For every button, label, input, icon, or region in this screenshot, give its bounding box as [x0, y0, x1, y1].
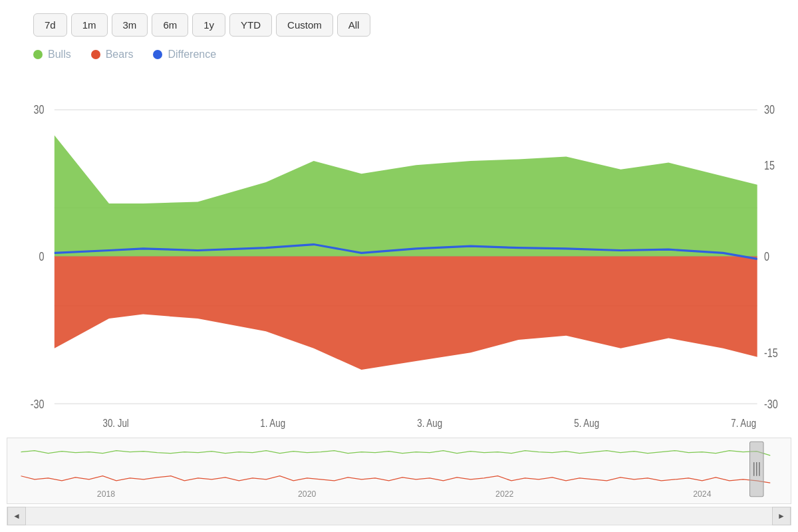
svg-text:-30: -30: [31, 397, 45, 410]
app-container: 7d 1m 3m 6m 1y YTD Custom All Bulls Bear…: [0, 0, 798, 532]
mini-chart: 2018 2020 2022 2024: [7, 438, 791, 504]
bears-dot: [91, 50, 100, 59]
btn-3m[interactable]: 3m: [112, 13, 148, 37]
difference-dot: [153, 50, 162, 59]
mini-chart-svg: 2018 2020 2022 2024: [7, 438, 791, 503]
svg-text:7. Aug: 7. Aug: [731, 416, 756, 429]
btn-6m[interactable]: 6m: [152, 13, 188, 37]
scroll-right-button[interactable]: ►: [772, 507, 791, 525]
chart-legend: Bulls Bears Difference: [7, 49, 791, 61]
btn-custom[interactable]: Custom: [276, 13, 333, 37]
difference-label: Difference: [168, 49, 216, 61]
scroll-bar: ◄ ►: [7, 507, 791, 525]
main-chart-svg: 30 0 -30 30 15 0 -15 -30: [7, 67, 791, 434]
svg-text:2018: 2018: [97, 489, 115, 499]
btn-all[interactable]: All: [337, 13, 371, 37]
btn-7d[interactable]: 7d: [33, 13, 67, 37]
mini-bulls-line: [21, 451, 770, 456]
legend-bulls: Bulls: [33, 49, 71, 61]
bulls-label: Bulls: [48, 49, 71, 61]
scroll-track[interactable]: [26, 507, 772, 525]
svg-text:5. Aug: 5. Aug: [574, 416, 599, 429]
svg-text:0: 0: [764, 249, 769, 263]
btn-1m[interactable]: 1m: [71, 13, 108, 37]
svg-text:0: 0: [39, 249, 44, 263]
svg-text:15: 15: [764, 158, 775, 172]
svg-text:1. Aug: 1. Aug: [260, 416, 285, 429]
bulls-area: [55, 136, 757, 257]
bears-area: [55, 256, 757, 369]
svg-text:30: 30: [764, 103, 775, 116]
scroll-left-button[interactable]: ◄: [7, 507, 26, 525]
bulls-dot: [33, 50, 43, 59]
legend-difference: Difference: [153, 49, 216, 61]
svg-text:-15: -15: [764, 346, 778, 359]
svg-text:30. Jul: 30. Jul: [103, 416, 129, 429]
bears-label: Bears: [106, 49, 134, 61]
svg-text:-30: -30: [764, 397, 778, 410]
chart-section: 30 0 -30 30 15 0 -15 -30: [7, 67, 791, 525]
main-chart: 30 0 -30 30 15 0 -15 -30: [7, 67, 791, 434]
svg-text:3. Aug: 3. Aug: [417, 416, 442, 429]
svg-text:2022: 2022: [495, 489, 513, 499]
legend-bears: Bears: [91, 49, 134, 61]
time-range-toolbar: 7d 1m 3m 6m 1y YTD Custom All: [7, 13, 791, 37]
svg-text:30: 30: [33, 103, 44, 116]
svg-text:2020: 2020: [298, 489, 316, 499]
btn-ytd[interactable]: YTD: [229, 13, 272, 37]
btn-1y[interactable]: 1y: [192, 13, 225, 37]
mini-bears-line: [21, 476, 770, 483]
svg-text:2024: 2024: [693, 489, 711, 499]
